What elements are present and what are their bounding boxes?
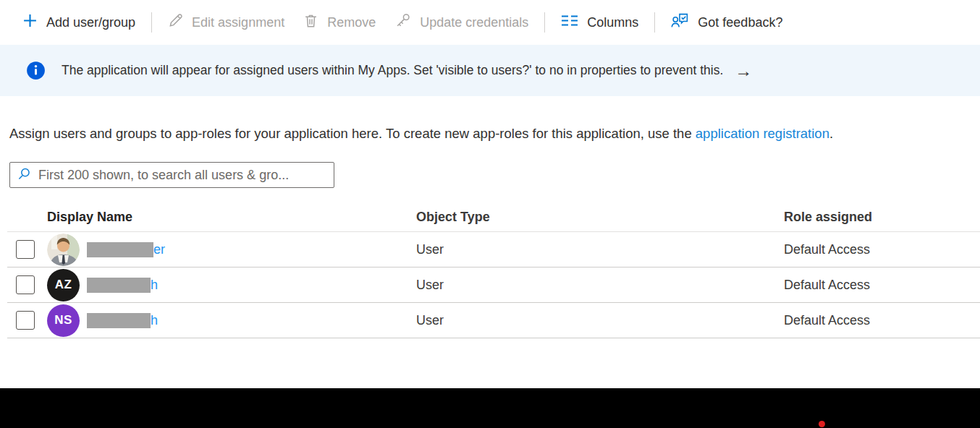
command-bar: Add user/group Edit assignment Remove Up… [0, 0, 980, 45]
toolbar-divider [151, 12, 152, 33]
info-banner: The application will appear for assigned… [0, 45, 980, 96]
users-and-groups-page: Add user/group Edit assignment Remove Up… [0, 0, 980, 428]
remove-label: Remove [327, 15, 376, 30]
role-assigned-cell: Default Access [784, 313, 980, 328]
name-redaction [87, 242, 153, 257]
search-input[interactable] [38, 168, 326, 183]
update-credentials-button[interactable]: Update credentials [385, 8, 538, 37]
assignments-table: Display Name Object Type Role assigned [7, 202, 980, 338]
row-checkbox-cell [7, 240, 47, 259]
row-checkbox-cell [7, 311, 47, 330]
columns-label: Columns [587, 15, 638, 30]
columns-button[interactable]: Columns [552, 8, 648, 37]
trash-icon [303, 13, 318, 32]
user-photo-avatar [47, 234, 80, 266]
key-icon [394, 12, 411, 33]
info-banner-message: The application will appear for assigned… [62, 63, 723, 78]
red-record-dot [819, 421, 825, 427]
display-name-cell: NS h [47, 304, 416, 337]
name-redaction [87, 278, 151, 293]
feedback-icon [671, 12, 689, 33]
page-description: Assign users and groups to app-roles for… [9, 126, 980, 142]
edit-icon [168, 13, 183, 32]
description-text-after: . [829, 126, 833, 141]
update-credentials-label: Update credentials [420, 15, 528, 30]
info-icon [26, 61, 46, 80]
name-suffix: h [151, 278, 158, 293]
add-user-group-button[interactable]: Add user/group [13, 8, 145, 37]
got-feedback-label: Got feedback? [698, 15, 782, 30]
remove-button[interactable]: Remove [294, 8, 385, 37]
add-user-group-label: Add user/group [46, 15, 135, 30]
header-object-type: Object Type [416, 210, 784, 225]
user-initials-avatar: AZ [47, 269, 80, 301]
row-checkbox-cell [7, 275, 47, 294]
role-assigned-cell: Default Access [784, 278, 980, 293]
add-icon [22, 13, 38, 32]
table-row[interactable]: er User Default Access [7, 232, 980, 268]
banner-arrow-link[interactable]: → [735, 62, 752, 80]
name-suffix: h [151, 313, 158, 328]
avatar-initials: AZ [55, 278, 72, 292]
edit-assignment-label: Edit assignment [192, 15, 284, 30]
user-initials-avatar: NS [47, 304, 80, 337]
got-feedback-button[interactable]: Got feedback? [662, 8, 792, 37]
row-checkbox[interactable] [16, 275, 35, 294]
search-box [9, 162, 334, 188]
object-type-cell: User [416, 242, 784, 257]
columns-icon [561, 14, 578, 30]
name-suffix: er [153, 242, 165, 257]
display-name-cell: er [47, 234, 416, 266]
table-row[interactable]: NS h User Default Access [7, 303, 980, 338]
table-row[interactable]: AZ h User Default Access [7, 268, 980, 303]
object-type-cell: User [416, 278, 784, 293]
edit-assignment-button[interactable]: Edit assignment [159, 8, 294, 37]
user-name-link[interactable]: h [87, 313, 158, 328]
user-name-link[interactable]: er [87, 242, 165, 257]
table-header-row: Display Name Object Type Role assigned [7, 202, 980, 232]
toolbar-divider [544, 12, 545, 33]
toolbar-divider [654, 12, 655, 33]
search-icon [17, 167, 38, 184]
display-name-cell: AZ h [47, 269, 416, 301]
bottom-black-bar [0, 388, 980, 428]
row-checkbox[interactable] [16, 240, 35, 259]
avatar-initials: NS [54, 313, 72, 328]
object-type-cell: User [416, 313, 784, 328]
role-assigned-cell: Default Access [784, 242, 980, 257]
header-role-assigned: Role assigned [784, 210, 980, 225]
header-display-name: Display Name [47, 210, 416, 225]
application-registration-link[interactable]: application registration [696, 126, 829, 141]
user-name-link[interactable]: h [87, 278, 158, 293]
name-redaction [87, 313, 151, 328]
description-text-before: Assign users and groups to app-roles for… [9, 126, 696, 141]
row-checkbox[interactable] [16, 311, 35, 330]
